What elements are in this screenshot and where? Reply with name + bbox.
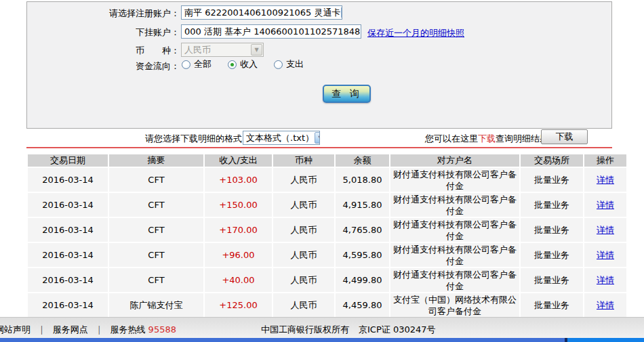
cell-amount: +103.00	[205, 168, 272, 192]
cell-date: 2016-03-14	[28, 268, 108, 292]
cell-counterparty: 支付宝（中国）网络技术有限公司客户备付金	[390, 293, 519, 317]
transaction-query-page: 请选择注册账户： 南平 6222001406100921065 灵通卡 ▼ 下挂…	[0, 0, 644, 342]
cell-date: 2016-03-14	[28, 168, 108, 192]
icp-number: 京ICP证 030247号	[359, 324, 436, 335]
cell-place: 批量业务	[521, 168, 583, 192]
transactions-tbody: 2016-03-14CFT+103.00人民币5,018.80财付通支付科技有限…	[28, 168, 626, 317]
table-row: 2016-03-14CFT+40.00人民币4,499.80财付通支付科技有限公…	[28, 268, 626, 292]
save-snapshot-link[interactable]: 保存近一个月的明细快照	[367, 27, 464, 39]
radio-circle-icon[interactable]	[182, 60, 190, 69]
register-account-value: 南平 6222001406100921065 灵通卡	[182, 7, 340, 19]
query-button[interactable]: 查 询	[323, 85, 371, 103]
chevron-down-icon[interactable]: ▼	[315, 132, 320, 144]
detail-link[interactable]: 详情	[597, 200, 614, 210]
cell-place: 批量业务	[521, 268, 583, 292]
cell-summary: CFT	[109, 168, 203, 192]
cell-currency: 人民币	[273, 243, 334, 267]
cell-action: 详情	[584, 268, 626, 292]
detail-link[interactable]: 详情	[597, 300, 614, 310]
column-header: 交易场所	[521, 154, 583, 167]
column-header: 交易日期	[28, 154, 108, 167]
detail-link[interactable]: 详情	[597, 250, 614, 260]
download-format-value: 文本格式（.txt）	[243, 132, 314, 144]
column-header: 摘要	[109, 154, 203, 167]
cell-action: 详情	[584, 293, 626, 317]
detail-link[interactable]: 详情	[597, 275, 614, 285]
cell-currency: 人民币	[273, 268, 334, 292]
transactions-table: 交易日期摘要收入/支出币种余额对方户名交易场所操作 2016-03-14CFT+…	[26, 153, 628, 318]
radio-label: 收入	[240, 58, 258, 70]
cell-counterparty: 财付通支付科技有限公司客户备付金	[390, 193, 519, 217]
blue-bar-right-segment	[567, 338, 644, 342]
footer-link-statement[interactable]: 网站声明	[0, 324, 31, 335]
download-format-select[interactable]: 文本格式（.txt） ▼	[243, 131, 320, 145]
cell-currency: 人民币	[273, 168, 334, 192]
cell-counterparty: 财付通支付科技有限公司客户备付金	[390, 218, 519, 242]
column-header: 收入/支出	[205, 154, 272, 167]
download-inline-link[interactable]: 下载	[478, 133, 496, 144]
chevron-down-icon[interactable]: ▼	[361, 26, 361, 37]
cell-counterparty: 财付通支付科技有限公司客户备付金	[390, 268, 519, 292]
download-button[interactable]: 下载	[541, 129, 588, 144]
cell-balance: 5,018.80	[336, 168, 389, 192]
chevron-down-icon: ▼	[251, 44, 262, 56]
table-header-row: 交易日期摘要收入/支出币种余额对方户名交易场所操作	[28, 154, 626, 167]
bottom-blue-bar	[0, 338, 644, 342]
cell-amount: +125.00	[205, 293, 272, 317]
download-hint: 您可以在这里下载查询明细结果	[425, 133, 548, 145]
table-row: 2016-03-14CFT+170.00人民币4,765.80财付通支付科技有限…	[28, 218, 626, 242]
table-row: 2016-03-14CFT+150.00人民币4,915.80财付通支付科技有限…	[28, 193, 626, 217]
cell-action: 详情	[584, 243, 626, 267]
cell-summary: CFT	[109, 193, 203, 217]
download-format-label: 请您选择下载明细的格式	[102, 133, 242, 145]
column-header: 操作	[584, 154, 626, 167]
radio-label: 支出	[286, 58, 304, 70]
cell-balance: 4,915.80	[336, 193, 389, 217]
radio-expense[interactable]: 支出	[274, 58, 304, 70]
footer-copyright-block: 中国工商银行版权所有京ICP证 030247号	[261, 324, 436, 336]
cell-balance: 4,595.80	[336, 243, 389, 267]
query-form-panel: 请选择注册账户： 南平 6222001406100921065 灵通卡 ▼ 下挂…	[26, 1, 612, 129]
register-account-label: 请选择注册账户：	[27, 7, 180, 20]
radio-label: 全部	[194, 58, 212, 70]
radio-income[interactable]: 收入	[228, 58, 258, 70]
currency-value: 人民币	[182, 44, 250, 56]
sub-account-value: 000 活期 基本户 1406600101102571848	[182, 26, 360, 38]
copyright-text: 中国工商银行版权所有	[261, 324, 349, 335]
currency-label: 币 种：	[27, 45, 180, 57]
currency-select: 人民币 ▼	[181, 43, 264, 57]
fund-flow-label: 资金流向：	[27, 60, 180, 72]
section-divider	[26, 147, 612, 148]
cell-amount: +170.00	[205, 218, 272, 242]
column-header: 余额	[336, 154, 389, 167]
hotline-number: 95588	[148, 324, 176, 335]
cell-date: 2016-03-14	[28, 193, 108, 217]
cell-place: 批量业务	[521, 243, 583, 267]
cell-place: 批量业务	[521, 293, 583, 317]
hotline-label: 服务热线	[110, 324, 145, 335]
cell-place: 批量业务	[521, 218, 583, 242]
footer-separator: ｜	[37, 324, 46, 335]
register-account-select[interactable]: 南平 6222001406100921065 灵通卡 ▼	[181, 5, 342, 20]
cell-action: 详情	[584, 168, 626, 192]
cell-balance: 4,765.80	[336, 218, 389, 242]
cell-date: 2016-03-14	[28, 293, 108, 317]
footer-link-branches[interactable]: 服务网点	[53, 324, 88, 335]
cell-summary: CFT	[109, 243, 203, 267]
fund-flow-radiogroup: 全部收入支出	[182, 58, 320, 70]
radio-circle-icon[interactable]	[274, 60, 283, 69]
cell-counterparty: 财付通支付科技有限公司客户备付金	[390, 243, 519, 267]
detail-link[interactable]: 详情	[597, 225, 614, 235]
cell-place: 批量业务	[521, 193, 583, 217]
cell-summary: 陈广锦支付宝	[109, 293, 203, 317]
radio-circle-icon[interactable]	[228, 60, 237, 69]
cell-currency: 人民币	[273, 293, 334, 317]
column-header: 币种	[273, 154, 334, 167]
chevron-down-icon[interactable]: ▼	[341, 7, 342, 18]
cell-amount: +96.00	[205, 243, 272, 267]
cell-action: 详情	[584, 218, 626, 242]
radio-all[interactable]: 全部	[182, 58, 212, 70]
detail-link[interactable]: 详情	[597, 175, 614, 185]
sub-account-select[interactable]: 000 活期 基本户 1406600101102571848 ▼	[181, 24, 361, 39]
cell-currency: 人民币	[273, 218, 334, 242]
